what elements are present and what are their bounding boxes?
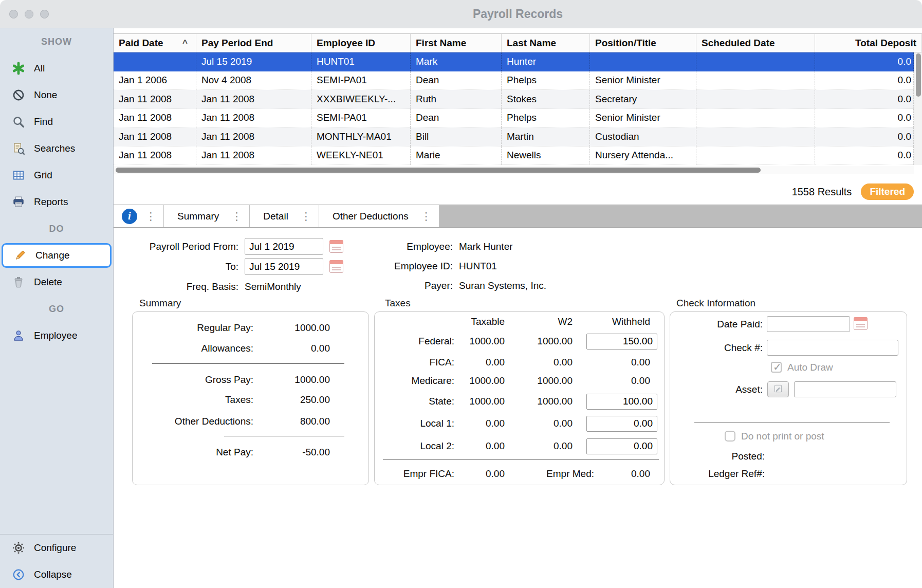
horizontal-scrollbar[interactable] bbox=[114, 166, 914, 174]
taxes-label: Taxes: bbox=[133, 394, 253, 406]
vertical-scrollbar-thumb[interactable] bbox=[916, 53, 921, 97]
federal-withheld-input[interactable] bbox=[586, 334, 657, 350]
check-number-input[interactable] bbox=[767, 340, 898, 356]
local1-w2: 0.00 bbox=[512, 418, 580, 429]
table-cell: HUNT01 bbox=[311, 52, 411, 71]
info-button[interactable] bbox=[114, 205, 164, 227]
asset-picker-button[interactable] bbox=[767, 381, 789, 397]
column-header-last-name[interactable]: Last Name bbox=[502, 34, 590, 52]
column-header-paid-date[interactable]: Paid Date^ bbox=[114, 34, 196, 52]
other-deductions-value: 800.00 bbox=[253, 416, 330, 427]
column-label: Scheduled Date bbox=[702, 38, 775, 49]
sidebar-item-reports[interactable]: Reports bbox=[0, 189, 113, 215]
zoom-button[interactable] bbox=[40, 10, 49, 19]
asset-label: Asset: bbox=[670, 381, 763, 398]
drag-handle-icon[interactable] bbox=[145, 211, 156, 222]
table-row-selected[interactable]: Jul 15 2019 HUNT01 Mark Hunter 0.0 bbox=[114, 52, 914, 71]
divider bbox=[152, 363, 344, 364]
sidebar-item-label: None bbox=[34, 89, 57, 101]
vertical-scrollbar[interactable] bbox=[914, 52, 922, 165]
tab-bar-filler bbox=[439, 205, 922, 227]
allowances-value: 0.00 bbox=[253, 343, 330, 354]
table-cell: Senior Minister bbox=[590, 71, 696, 90]
table-row[interactable]: Jan 1 2006 Nov 4 2008 SEMI-PA01 Dean Phe… bbox=[114, 71, 914, 90]
horizontal-scrollbar-thumb[interactable] bbox=[116, 168, 761, 173]
taxes-box: Taxable W2 Withheld Federal: 1000.00 100… bbox=[374, 311, 665, 485]
table-cell bbox=[696, 90, 815, 109]
sidebar-item-all[interactable]: All bbox=[0, 55, 113, 82]
sidebar-item-grid[interactable]: Grid bbox=[0, 162, 113, 189]
local2-w2: 0.00 bbox=[512, 440, 580, 452]
divider bbox=[383, 460, 659, 460]
column-label: Position/Title bbox=[595, 38, 656, 49]
do-not-print-checkbox[interactable] bbox=[725, 431, 735, 442]
minimize-button[interactable] bbox=[25, 10, 33, 19]
column-label: Employee ID bbox=[317, 38, 375, 49]
table-cell bbox=[696, 109, 815, 128]
calendar-icon[interactable] bbox=[854, 317, 868, 330]
sidebar-item-find[interactable]: Find bbox=[0, 108, 113, 135]
fica-taxable: 0.00 bbox=[454, 357, 512, 368]
local2-withheld-input[interactable] bbox=[586, 438, 657, 454]
sidebar-item-change[interactable]: Change bbox=[2, 243, 112, 268]
column-header-total-deposit[interactable]: Total Deposit bbox=[815, 34, 922, 52]
drag-handle-icon[interactable] bbox=[231, 211, 242, 222]
none-icon bbox=[11, 88, 26, 102]
tab-summary[interactable]: Summary bbox=[164, 205, 250, 227]
table-cell: Phelps bbox=[502, 109, 590, 128]
ledger-ref-label: Ledger Ref#: bbox=[672, 465, 765, 483]
column-header-position-title[interactable]: Position/Title bbox=[590, 34, 696, 52]
sidebar-item-none[interactable]: None bbox=[0, 82, 113, 108]
tab-other-deductions[interactable]: Other Deductions bbox=[319, 205, 439, 227]
close-button[interactable] bbox=[9, 10, 18, 19]
drag-handle-icon[interactable] bbox=[421, 211, 432, 222]
sidebar-item-configure[interactable]: Configure bbox=[0, 535, 113, 561]
state-w2: 1000.00 bbox=[512, 396, 580, 407]
table-cell: Jan 11 2008 bbox=[196, 146, 311, 166]
allowances-label: Allowances: bbox=[133, 343, 253, 354]
table-cell: Jan 1 2006 bbox=[114, 71, 196, 90]
table-row[interactable]: Jan 11 2008 Jan 11 2008 SEMI-PA01 Dean P… bbox=[114, 109, 914, 128]
state-withheld-input[interactable] bbox=[586, 394, 657, 410]
column-header-first-name[interactable]: First Name bbox=[411, 34, 502, 52]
table-row[interactable]: Jan 11 2008 Jan 11 2008 WEEKLY-NE01 Mari… bbox=[114, 146, 914, 166]
results-count: 1558 Results bbox=[792, 186, 852, 198]
column-header-pay-period-end[interactable]: Pay Period End bbox=[196, 34, 311, 52]
auto-draw-checkbox[interactable] bbox=[771, 362, 782, 373]
sidebar-item-collapse[interactable]: Collapse bbox=[0, 561, 113, 588]
taxes-value: 250.00 bbox=[253, 394, 330, 406]
date-paid-label: Date Paid: bbox=[670, 316, 763, 333]
sidebar-item-employee[interactable]: Employee bbox=[0, 322, 113, 349]
tab-label: Other Deductions bbox=[333, 211, 409, 222]
check-info-box-title: Check Information bbox=[676, 297, 755, 310]
column-header-employee-id[interactable]: Employee ID bbox=[311, 34, 411, 52]
sidebar-item-label: Collapse bbox=[34, 569, 72, 580]
table-cell: Mark bbox=[411, 52, 502, 71]
column-label: Paid Date bbox=[119, 38, 163, 49]
table-row[interactable]: Jan 11 2008 Jan 11 2008 XXXBIWEEKLY-... … bbox=[114, 90, 914, 109]
sidebar-item-searches[interactable]: Searches bbox=[0, 135, 113, 162]
column-header-scheduled-date[interactable]: Scheduled Date bbox=[696, 34, 815, 52]
tab-detail[interactable]: Detail bbox=[250, 205, 319, 227]
table-cell bbox=[696, 52, 815, 71]
sidebar-item-label: Change bbox=[35, 250, 70, 261]
table-cell: Dean bbox=[411, 71, 502, 90]
other-deductions-label: Other Deductions: bbox=[133, 416, 253, 427]
printer-icon bbox=[11, 195, 26, 209]
filtered-badge[interactable]: Filtered bbox=[861, 183, 914, 200]
trash-icon bbox=[11, 275, 26, 289]
table-cell: Nov 4 2008 bbox=[196, 71, 311, 90]
table-header: Paid Date^ Pay Period End Employee ID Fi… bbox=[114, 33, 922, 52]
column-label: Last Name bbox=[507, 38, 556, 49]
table-cell: Stokes bbox=[502, 90, 590, 109]
local1-withheld-input[interactable] bbox=[586, 416, 657, 432]
table-row[interactable]: Jan 11 2008 Jan 11 2008 MONTHLY-MA01 Bil… bbox=[114, 127, 914, 146]
drag-handle-icon[interactable] bbox=[301, 211, 311, 222]
asset-input[interactable] bbox=[794, 381, 896, 397]
grid-icon bbox=[11, 168, 26, 182]
table-cell: Jan 11 2008 bbox=[114, 109, 196, 128]
date-paid-input[interactable] bbox=[767, 316, 850, 332]
table-cell: Dean bbox=[411, 109, 502, 128]
sidebar-item-delete[interactable]: Delete bbox=[0, 269, 113, 296]
gross-pay-label: Gross Pay: bbox=[133, 374, 253, 385]
